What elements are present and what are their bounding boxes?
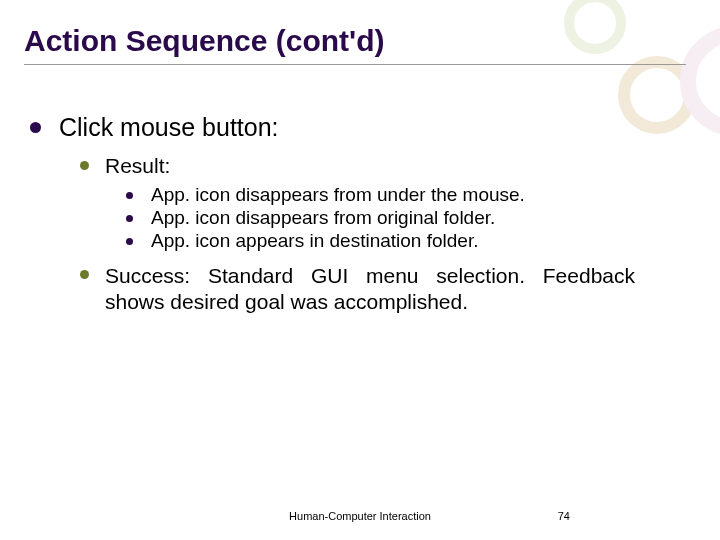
slide-footer: Human-Computer Interaction 74 bbox=[0, 510, 720, 522]
bullet-text: App. icon disappears from under the mous… bbox=[151, 184, 525, 206]
bullet-level3: App. icon appears in destination folder. bbox=[126, 230, 686, 252]
bullet-icon bbox=[126, 192, 133, 199]
bullet-icon bbox=[30, 122, 41, 133]
footer-page-number: 74 bbox=[558, 510, 570, 522]
slide-title: Action Sequence (cont'd) bbox=[24, 24, 686, 65]
bullet-level2: Result: bbox=[80, 154, 686, 178]
bullet-icon bbox=[80, 270, 89, 279]
bullet-icon bbox=[126, 238, 133, 245]
bullet-text: Result: bbox=[105, 154, 170, 178]
bullet-level3: App. icon disappears from under the mous… bbox=[126, 184, 686, 206]
bullet-text: Success: Standard GUI menu selection. Fe… bbox=[105, 263, 635, 316]
footer-title: Human-Computer Interaction bbox=[289, 510, 431, 522]
bullet-text: App. icon disappears from original folde… bbox=[151, 207, 495, 229]
bullet-icon bbox=[80, 161, 89, 170]
bullet-text: Click mouse button: bbox=[59, 113, 279, 142]
bullet-icon bbox=[126, 215, 133, 222]
bullet-level3: App. icon disappears from original folde… bbox=[126, 207, 686, 229]
slide-body: Action Sequence (cont'd) Click mouse but… bbox=[0, 0, 720, 316]
bullet-level1: Click mouse button: bbox=[24, 113, 686, 142]
bullet-level2: Success: Standard GUI menu selection. Fe… bbox=[80, 263, 686, 316]
bullet-text: App. icon appears in destination folder. bbox=[151, 230, 478, 252]
